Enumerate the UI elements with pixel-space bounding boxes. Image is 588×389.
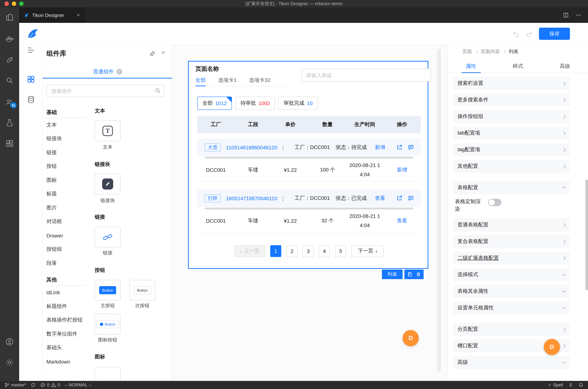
- page-tab-1[interactable]: 选项卡1: [218, 75, 237, 86]
- row-action-link[interactable]: 查看: [397, 217, 407, 224]
- order-number-link[interactable]: 160514718870046110: [226, 195, 277, 201]
- open-external-icon[interactable]: [396, 144, 402, 150]
- prev-page-button[interactable]: ‹ 上一页: [234, 245, 265, 257]
- spell-checker-indicator[interactable]: ✓ Spell: [548, 382, 563, 388]
- component-card-secondary-button[interactable]: Button: [129, 280, 155, 300]
- group-action-link[interactable]: 新增: [375, 144, 385, 151]
- page-tab-32[interactable]: 选项卡32: [249, 75, 270, 86]
- row-table-other-props[interactable]: 表格其余属性: [453, 285, 570, 298]
- row-other-config[interactable]: 其他配置: [453, 160, 570, 173]
- comment-icon[interactable]: [408, 144, 414, 150]
- component-card-text[interactable]: T: [95, 121, 121, 141]
- component-card-link[interactable]: [95, 227, 121, 247]
- page-number-4[interactable]: 4: [319, 245, 330, 257]
- category-item-drawer[interactable]: Drawer: [46, 228, 86, 242]
- row-advanced[interactable]: 高级: [453, 356, 570, 369]
- delete-icon[interactable]: [416, 272, 421, 277]
- category-item-icon[interactable]: 图标: [46, 173, 86, 187]
- page-number-3[interactable]: 3: [303, 245, 314, 257]
- row-action-button-group[interactable]: 操作按钮组: [453, 110, 570, 123]
- category-item-paragraph[interactable]: 段落: [46, 256, 86, 270]
- minimize-window-button[interactable]: [12, 1, 16, 6]
- row-composite-table-config[interactable]: 复合表格配置: [453, 235, 570, 248]
- category-item-idlink[interactable]: idLink: [46, 286, 86, 299]
- next-page-button[interactable]: 下一页 ›: [351, 245, 384, 257]
- notifications-bell-icon[interactable]: [578, 382, 584, 388]
- row-secondary-expand-table-config[interactable]: 二级扩展表格配置: [453, 252, 570, 265]
- library-tab-common[interactable]: 普通组件 ?: [43, 66, 172, 78]
- redo-icon[interactable]: [525, 31, 533, 38]
- filter-pending-button[interactable]: 待审批 1002: [235, 97, 275, 110]
- row-normal-table-config[interactable]: 普通表格配置: [453, 218, 570, 231]
- category-item-tableopbtn[interactable]: 表格操作栏按钮: [46, 313, 86, 327]
- copy-icon[interactable]: [407, 272, 412, 277]
- open-external-icon[interactable]: [396, 195, 402, 201]
- split-editor-icon[interactable]: [563, 12, 569, 18]
- category-item-dialog[interactable]: 对话框: [46, 215, 86, 228]
- component-search-input[interactable]: [46, 85, 164, 97]
- undo-icon[interactable]: [512, 31, 520, 38]
- category-item-button[interactable]: 按钮: [46, 160, 86, 173]
- row-search-bar-settings[interactable]: 搜索栏设置: [453, 77, 570, 90]
- category-item-basehead[interactable]: 基础头: [46, 341, 86, 355]
- group-action-link[interactable]: 查看: [375, 195, 385, 201]
- design-canvas[interactable]: 页面名称 全部 选项卡1 选项卡32 全部 1012 待审批: [172, 45, 447, 381]
- category-item-title[interactable]: 标题: [46, 187, 86, 201]
- order-search-input[interactable]: [301, 68, 431, 81]
- row-cell-props[interactable]: 设置单元格属性: [453, 301, 570, 315]
- sync-icon[interactable]: [31, 382, 36, 388]
- inspector-scrollbar[interactable]: [586, 180, 588, 290]
- docker-icon[interactable]: [5, 34, 14, 43]
- more-menu-icon[interactable]: ⋮: [280, 144, 286, 151]
- breadcrumb-list[interactable]: 列表: [509, 48, 518, 55]
- branch-indicator[interactable]: master*: [4, 382, 26, 388]
- library-close-icon[interactable]: ×: [159, 48, 168, 57]
- accounts-icon[interactable]: 41: [5, 98, 14, 107]
- order-number-link[interactable]: 110514618860046120: [226, 144, 277, 150]
- account-icon[interactable]: [5, 337, 14, 346]
- database-icon[interactable]: [27, 95, 35, 104]
- component-grid-icon[interactable]: [27, 75, 35, 84]
- filter-approved-button[interactable]: 审批完成 10: [279, 97, 318, 110]
- explorer-icon[interactable]: [5, 13, 14, 22]
- page-tab-all[interactable]: 全部: [195, 75, 206, 86]
- save-button[interactable]: 保存: [539, 28, 570, 40]
- inner-scrollbar[interactable]: [205, 157, 413, 159]
- close-window-button[interactable]: [4, 1, 9, 6]
- problems-indicator[interactable]: 0 0: [40, 382, 60, 388]
- component-card-icon[interactable]: [95, 367, 121, 381]
- filter-all-button[interactable]: 全部 1012: [197, 97, 232, 110]
- component-card-icon-button[interactable]: Button: [95, 314, 121, 334]
- row-tab-config[interactable]: tab配置项: [453, 127, 570, 140]
- page-number-2[interactable]: 2: [286, 245, 298, 257]
- category-item-linkblock[interactable]: 链接块: [46, 132, 86, 146]
- component-card-primary-button[interactable]: Button: [95, 280, 121, 300]
- canvas-vertical-scrollbar[interactable]: [437, 49, 441, 372]
- comment-icon[interactable]: [408, 195, 414, 201]
- zoom-window-button[interactable]: [19, 1, 24, 6]
- page-number-5[interactable]: 5: [335, 245, 346, 257]
- category-item-titlecomp[interactable]: 标题组件: [46, 299, 86, 313]
- search-icon[interactable]: [5, 76, 14, 85]
- page-number-1[interactable]: 1: [270, 245, 281, 257]
- component-card-linkblock[interactable]: [95, 174, 121, 194]
- category-item-text[interactable]: 文本: [46, 118, 86, 132]
- custom-render-toggle[interactable]: [488, 199, 501, 206]
- more-actions-icon[interactable]: [575, 12, 581, 18]
- row-pagination-config[interactable]: 分页配置: [453, 323, 570, 336]
- settings-gear-icon[interactable]: [5, 358, 14, 367]
- category-item-image[interactable]: 图片: [46, 201, 86, 215]
- category-item-numunit[interactable]: 数字单位组件: [46, 327, 86, 341]
- row-table-config[interactable]: 表格配置: [453, 181, 570, 194]
- outline-tree-icon[interactable]: [27, 46, 35, 55]
- tab-close-icon[interactable]: ×: [76, 12, 80, 18]
- extensions-icon[interactable]: [5, 139, 14, 148]
- selected-list-component[interactable]: 页面名称 全部 选项卡1 选项卡32 全部 1012 待审批: [188, 61, 428, 269]
- tab-properties[interactable]: 属性: [448, 60, 495, 73]
- row-action-link[interactable]: 新增: [397, 166, 407, 173]
- tab-advanced[interactable]: 高级: [541, 60, 588, 73]
- row-tag-config[interactable]: tag配置项: [453, 143, 570, 156]
- breadcrumb-page-content[interactable]: 页面内容: [481, 48, 500, 55]
- row-selection-mode[interactable]: 选择模式: [453, 268, 570, 281]
- more-menu-icon[interactable]: ⋮: [280, 195, 286, 201]
